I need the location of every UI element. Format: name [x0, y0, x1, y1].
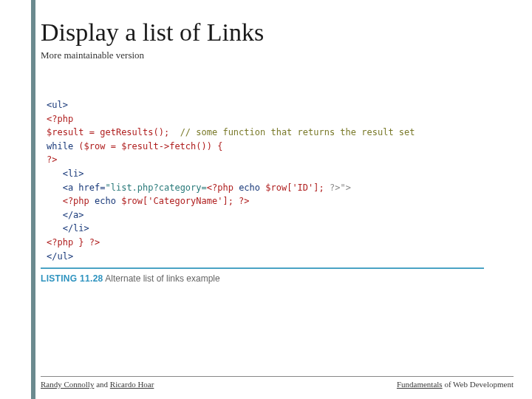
code-text: </li> — [47, 223, 89, 233]
listing-text: Alternate list of links example — [103, 273, 220, 284]
code-keyword: while — [47, 141, 73, 151]
code-text: <li> — [47, 168, 84, 179]
book-title-part: Fundamentals — [397, 380, 443, 389]
code-text: $row['CategoryName']; — [116, 196, 239, 206]
code-keyword: echo — [239, 183, 260, 193]
code-listing: <ul> <?php $result = getResults(); // so… — [41, 91, 484, 269]
page-title: Display a list of Links — [41, 18, 491, 47]
code-text: $result = getResults(); — [47, 127, 180, 137]
code-text: <?php — [207, 183, 239, 193]
listing-label: LISTING 11.28 — [41, 273, 103, 284]
code-text: ?> — [330, 183, 340, 193]
code-text: } — [78, 237, 89, 248]
footer-rule — [41, 376, 514, 377]
code-text: <?php — [47, 114, 73, 124]
code-text: <a href= — [47, 183, 105, 193]
book-title-part: of Web Development — [443, 380, 514, 389]
footer-right: Fundamentals of Web Development — [397, 380, 514, 389]
code-text: <?php — [47, 237, 78, 248]
author-name: Randy Connolly — [41, 380, 94, 389]
listing-caption: LISTING 11.28 Alternate list of links ex… — [41, 273, 491, 284]
code-keyword: echo — [95, 196, 116, 206]
code-text: <?php — [47, 196, 95, 206]
code-text: <ul> — [47, 100, 68, 110]
code-text: </ul> — [47, 251, 73, 262]
code-string: "list.php?category= — [105, 183, 206, 193]
footer-left: Randy Connolly and Ricardo Hoar — [41, 380, 154, 389]
code-text: </a> — [47, 210, 84, 220]
code-text: $row['ID']; — [260, 183, 330, 193]
code-text: ?> — [239, 196, 249, 206]
code-comment: // some function that returns the result… — [180, 127, 415, 137]
footer-text: and — [94, 380, 109, 389]
accent-bar — [31, 0, 35, 399]
page-subtitle: More maintainable version — [41, 50, 491, 61]
author-name: Ricardo Hoar — [110, 380, 154, 389]
code-text: ?> — [89, 237, 100, 248]
code-text: ?> — [47, 154, 57, 165]
code-text: ($row = $result->fetch()) { — [73, 141, 222, 151]
slide-footer: Randy Connolly and Ricardo Hoar Fundamen… — [41, 376, 517, 389]
code-text: "> — [340, 183, 350, 193]
